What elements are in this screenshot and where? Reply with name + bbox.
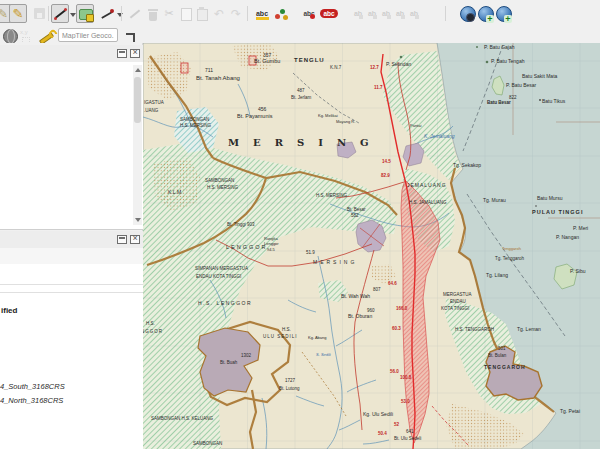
delete-selected-button[interactable] xyxy=(143,4,161,23)
toggle-editing-button[interactable] xyxy=(9,4,27,23)
add-feature-button[interactable] xyxy=(76,4,94,23)
map-label: 56.0 xyxy=(390,369,399,374)
map-label: Mayang R. xyxy=(336,119,355,124)
layer-entry[interactable]: 4_North_3168CRS xyxy=(0,396,63,405)
reshape-features-button[interactable] xyxy=(125,4,143,23)
map-label: ULU SEDILI xyxy=(263,334,298,339)
toolbar-separator xyxy=(48,6,49,21)
map-label: 456 xyxy=(258,106,267,112)
map-label: Batu Besar xyxy=(487,100,511,105)
geocoder-search-input[interactable] xyxy=(58,28,118,42)
map-label: PULAU TINGGI xyxy=(532,209,583,215)
map-label: Tg. Murau xyxy=(483,197,506,203)
layer-entry[interactable]: 4_South_3168CRS xyxy=(0,382,65,391)
layer-labeling-button[interactable] xyxy=(253,4,271,23)
vertex-tool-dropdown-icon[interactable] xyxy=(117,13,123,17)
map-label: 60.3 xyxy=(392,326,401,331)
map-label: 94.5 xyxy=(267,247,276,252)
map-label: K.N.7 xyxy=(330,65,342,70)
map-label: KOTA TINGGI xyxy=(441,306,469,311)
map-label: K.L.M. xyxy=(168,189,182,195)
map-label: Bt. Oburan xyxy=(348,313,372,319)
map-label: Tenggaroh xyxy=(502,246,521,251)
map-canvas[interactable]: 357Bt. GumbuTENGLUK.N.7711Bt. Tanah Aban… xyxy=(143,43,600,449)
map-label: MERGASTUA xyxy=(443,292,472,297)
divider xyxy=(0,284,143,285)
map-label: 166.0 xyxy=(396,306,408,311)
map-label: MERSING xyxy=(228,137,383,148)
panel2-toolbar-strip xyxy=(0,248,143,265)
map-label: Tg. Petai xyxy=(560,408,580,414)
panel2-float-icon[interactable] xyxy=(117,235,127,244)
map-label: 52 xyxy=(394,422,400,427)
map-label: SAMBONGAN xyxy=(205,178,234,183)
metasearch-globe-button[interactable] xyxy=(458,4,476,23)
map-label: 82.9 xyxy=(381,173,390,178)
map-label: Bt. Lutong xyxy=(279,386,300,391)
map-label: 1302 xyxy=(241,353,252,358)
map-label: 711 xyxy=(205,67,213,73)
map-label: SAMBONGAN xyxy=(180,117,209,122)
map-label: Tg. Sekakop xyxy=(453,162,481,168)
map-label: Bt. Jerlam xyxy=(291,95,312,100)
redo-button[interactable] xyxy=(227,4,245,23)
map-label: Pantai xyxy=(410,123,421,128)
panel1-content xyxy=(0,62,143,230)
map-label: 50.4 xyxy=(378,431,387,436)
panel1-header-buttons xyxy=(117,49,140,58)
map-label: P. Batu Gajah xyxy=(484,44,515,50)
map-label: NGGOR xyxy=(143,329,163,334)
paste-features-button[interactable] xyxy=(192,4,210,23)
map-label: 1727 xyxy=(285,378,296,383)
panel1-close-icon[interactable] xyxy=(130,49,140,58)
map-label: Tg. Tenggaroh xyxy=(495,256,524,261)
scroll-down-icon[interactable] xyxy=(135,218,141,222)
map-label: 641 xyxy=(406,429,414,434)
map-label: Bt. Tinggi 903 xyxy=(227,222,255,227)
web-layer-globe-button[interactable] xyxy=(494,4,512,23)
undo-button[interactable] xyxy=(210,4,228,23)
scroll-up-icon[interactable] xyxy=(135,68,141,72)
map-label: ENDAU KOTA TINGGI xyxy=(196,274,241,279)
map-label: Bt. Wah Wah xyxy=(341,293,370,299)
map-label: P. Batu Besar xyxy=(506,82,537,88)
map-label: Tg. Leman xyxy=(517,326,541,332)
map-label: Bt. Buah xyxy=(220,360,238,365)
left-dock: ified 4_South_3168CRS 4_North_3168CRS xyxy=(0,43,143,449)
map-label: Bt. Bulan xyxy=(488,353,507,358)
panel1-scrollbar[interactable] xyxy=(133,65,142,225)
map-label: Kg. Abang xyxy=(308,335,326,340)
map-label: TENGLU xyxy=(294,57,325,63)
map-label: Bt. Tanah Abang xyxy=(196,75,240,81)
map-label: Batu Sakit Mata xyxy=(522,73,558,79)
unplaced-labels-button[interactable] xyxy=(320,4,338,23)
divider xyxy=(0,292,143,293)
panel1-float-icon[interactable] xyxy=(117,49,127,58)
map-label: 501 xyxy=(498,346,506,351)
scroll-thumb[interactable] xyxy=(134,77,141,123)
map-label: Bt. Besar xyxy=(347,207,366,212)
panel1-header[interactable] xyxy=(0,45,143,63)
modified-label: ified xyxy=(1,306,17,315)
map-label: SAMBONGAN xyxy=(193,441,222,446)
save-edits-button[interactable] xyxy=(30,4,48,23)
panel2-close-icon[interactable] xyxy=(130,235,140,244)
map-label: Bt. Gumbu xyxy=(254,58,280,64)
map-label: P. Batu Tengah xyxy=(491,58,525,64)
map-label: 12.7 xyxy=(370,65,379,70)
vertex-tool-button[interactable] xyxy=(98,4,116,23)
map-label: .UANG xyxy=(144,108,159,113)
geocoding-globe-button[interactable] xyxy=(476,4,494,23)
digitize-line-button[interactable] xyxy=(51,4,69,23)
pin-labels-button[interactable] xyxy=(300,4,318,23)
change-label-button[interactable] xyxy=(405,4,423,23)
layer-diagram-button[interactable] xyxy=(270,4,288,23)
map-label: TENGGAROH xyxy=(484,364,526,370)
map-label: P. Sibu xyxy=(570,268,586,274)
map-label: H.S. xyxy=(282,327,291,332)
map-label: H.S. JAMALUANG xyxy=(409,200,447,205)
map-label: Bt. Ulu Sedeli xyxy=(394,436,421,441)
map-label: JEMALUANG xyxy=(407,182,447,188)
map-label: 64.6 xyxy=(388,281,397,286)
panel2-header[interactable] xyxy=(0,231,143,249)
